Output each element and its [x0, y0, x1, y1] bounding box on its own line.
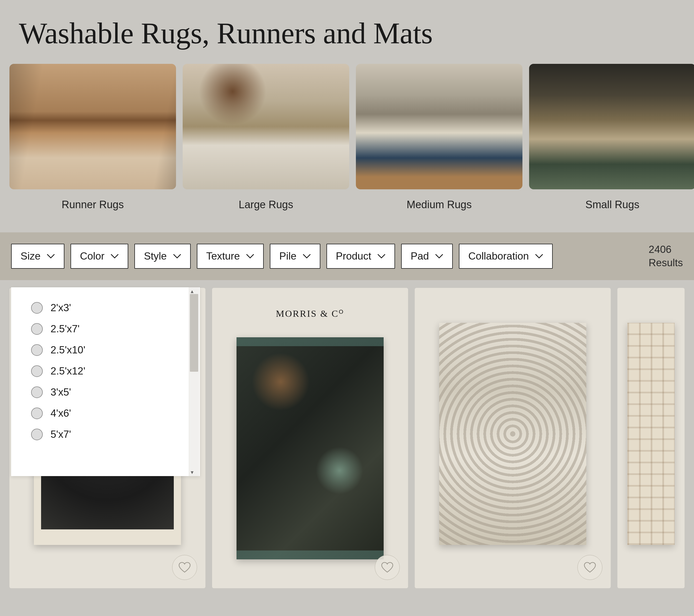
size-option-label: 4'x6': [51, 407, 71, 419]
filter-pad[interactable]: Pad: [401, 244, 453, 269]
category-image-large: [183, 64, 349, 189]
category-label: Medium Rugs: [356, 199, 523, 211]
category-image-runner: [10, 64, 176, 189]
product-image: [237, 337, 384, 559]
product-image: [627, 323, 675, 545]
heart-icon: [381, 562, 394, 573]
filter-label: Texture: [206, 250, 240, 262]
filter-size[interactable]: Size: [11, 244, 65, 269]
size-dropdown-list[interactable]: 2'x3' 2.5'x7' 2.5'x10' 2.5'x12' 3'x5' 4'…: [11, 287, 189, 476]
heart-icon: [179, 562, 191, 573]
filter-label: Collaboration: [468, 250, 529, 262]
filter-pile[interactable]: Pile: [270, 244, 321, 269]
radio-icon: [31, 323, 43, 335]
radio-icon: [31, 407, 43, 419]
filter-label: Pad: [410, 250, 429, 262]
size-option[interactable]: 2.5'x7': [31, 319, 189, 340]
filter-product[interactable]: Product: [326, 244, 395, 269]
chevron-down-icon: [47, 254, 55, 259]
filter-label: Color: [80, 250, 104, 262]
size-option-label: 2.5'x10': [51, 344, 85, 356]
filter-label: Size: [21, 250, 40, 262]
radio-icon: [31, 386, 43, 398]
results-count: 2406 Results: [649, 243, 683, 270]
chevron-down-icon: [303, 254, 311, 259]
filter-texture[interactable]: Texture: [197, 244, 264, 269]
category-row: Runner Rugs Large Rugs Medium Rugs Small…: [0, 64, 694, 211]
radio-icon: [31, 429, 43, 440]
favorite-button[interactable]: [578, 555, 602, 580]
size-option-label: 2.5'x12': [51, 365, 85, 377]
filter-label: Style: [144, 250, 167, 262]
product-card[interactable]: [617, 288, 684, 588]
size-option[interactable]: 2'x3': [31, 297, 189, 319]
size-option-label: 5'x7': [51, 429, 71, 440]
category-small-rugs[interactable]: Small Rugs: [529, 64, 694, 211]
results-label: Results: [649, 257, 683, 269]
filter-collaboration[interactable]: Collaboration: [459, 244, 553, 269]
filter-color[interactable]: Color: [71, 244, 128, 269]
size-option[interactable]: 3'x5': [31, 382, 189, 403]
brand-tag-morris: MORRIS & Cᴼ: [276, 308, 345, 319]
favorite-button[interactable]: [375, 555, 400, 580]
filter-label: Pile: [279, 250, 296, 262]
product-card[interactable]: [415, 288, 611, 588]
category-image-small: [529, 64, 694, 189]
category-label: Large Rugs: [183, 199, 349, 211]
heart-icon: [584, 562, 596, 573]
dropdown-scrollbar[interactable]: ▴ ▾: [189, 287, 199, 476]
chevron-down-icon: [110, 254, 119, 259]
category-label: Runner Rugs: [10, 199, 176, 211]
radio-icon: [31, 302, 43, 314]
scroll-down-icon: ▾: [191, 469, 194, 475]
filter-label: Product: [336, 250, 371, 262]
product-image: [439, 323, 586, 545]
chevron-down-icon: [173, 254, 181, 259]
size-option-label: 2'x3': [51, 302, 71, 314]
radio-icon: [31, 365, 43, 377]
scrollbar-thumb[interactable]: [190, 294, 198, 372]
category-medium-rugs[interactable]: Medium Rugs: [356, 64, 523, 211]
page-title: Washable Rugs, Runners and Mats: [0, 0, 694, 61]
category-large-rugs[interactable]: Large Rugs: [183, 64, 349, 211]
size-dropdown: 2'x3' 2.5'x7' 2.5'x10' 2.5'x12' 3'x5' 4'…: [11, 287, 200, 476]
results-number: 2406: [649, 244, 672, 255]
size-option-label: 2.5'x7': [51, 323, 80, 335]
filter-bar: Size Color Style Texture Pile Product Pa…: [0, 232, 694, 280]
filter-style[interactable]: Style: [134, 244, 190, 269]
radio-icon: [31, 344, 43, 356]
chevron-down-icon: [435, 254, 443, 259]
size-option[interactable]: 2.5'x12': [31, 361, 189, 382]
category-runner-rugs[interactable]: Runner Rugs: [10, 64, 176, 211]
category-image-medium: [356, 64, 523, 189]
size-option[interactable]: 5'x7': [31, 424, 189, 445]
size-option[interactable]: 2.5'x10': [31, 340, 189, 361]
chevron-down-icon: [377, 254, 386, 259]
scroll-up-icon: ▴: [191, 288, 194, 294]
size-option-label: 3'x5': [51, 386, 71, 398]
chevron-down-icon: [246, 254, 254, 259]
favorite-button[interactable]: [172, 555, 197, 580]
chevron-down-icon: [535, 254, 543, 259]
category-label: Small Rugs: [529, 199, 694, 211]
product-card[interactable]: MORRIS & Cᴼ: [212, 288, 408, 588]
size-option[interactable]: 4'x6': [31, 403, 189, 424]
